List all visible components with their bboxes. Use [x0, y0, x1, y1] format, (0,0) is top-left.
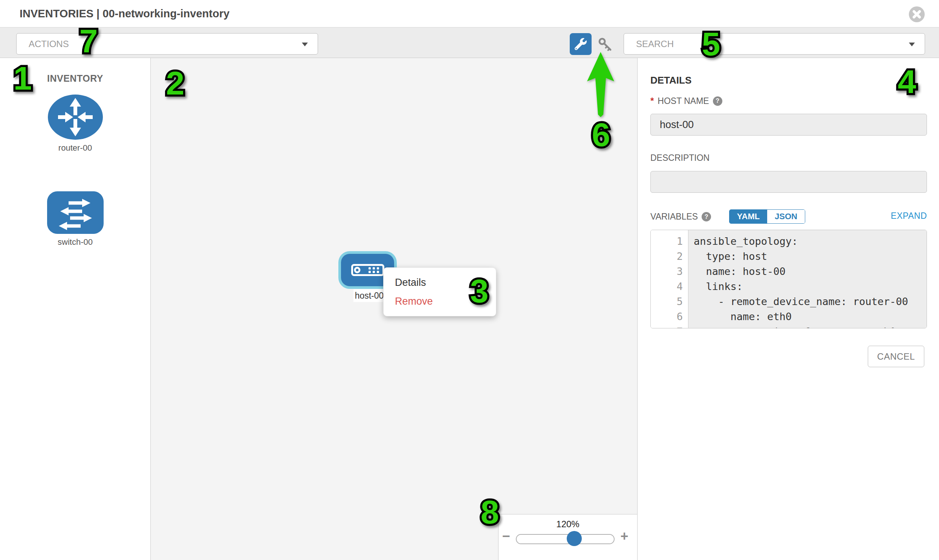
code-line: name: host-00 — [688, 264, 927, 279]
context-menu-details[interactable]: Details — [384, 273, 496, 292]
search-dropdown-label: SEARCH — [636, 34, 674, 54]
inventory-item-router[interactable]: router-00 — [0, 94, 150, 153]
host-name-label: HOST NAME — [657, 96, 709, 106]
inventory-topology-page: INVENTORIES | 00-networking-inventory AC… — [0, 0, 939, 560]
toolbar-settings-button[interactable] — [570, 33, 592, 55]
search-dropdown[interactable]: SEARCH — [624, 33, 925, 55]
description-input[interactable] — [651, 171, 927, 193]
inventory-item-switch[interactable]: switch-00 — [0, 191, 150, 247]
zoom-out-button[interactable]: − — [498, 529, 513, 544]
close-icon — [909, 6, 925, 22]
toolbar: ACTIONS SEARCH — [0, 27, 939, 58]
help-icon[interactable]: ? — [713, 96, 722, 106]
description-label-row: DESCRIPTION — [651, 153, 709, 163]
host-name-label-row: * HOST NAME ? — [651, 95, 722, 106]
key-icon — [598, 37, 614, 53]
editor-code-area: ansible_topology: type: host name: host-… — [688, 230, 927, 328]
inventory-panel: INVENTORY router-00 — [0, 58, 151, 560]
switch-icon — [47, 191, 104, 234]
context-menu: Details Remove — [383, 268, 496, 316]
close-button[interactable] — [909, 6, 925, 22]
inventory-item-label: switch-00 — [0, 237, 150, 247]
variables-label-row: VARIABLES ? — [651, 212, 711, 222]
router-icon — [48, 94, 103, 140]
details-title: DETAILS — [651, 75, 691, 86]
zoom-slider-thumb[interactable] — [567, 531, 582, 546]
code-line: links: — [688, 279, 927, 294]
variables-code-editor[interactable]: 1 2 3 4 5 6 7 ansible_topology: type: ho… — [651, 230, 927, 328]
code-line: type: host — [688, 249, 927, 264]
actions-dropdown-label: ACTIONS — [29, 34, 69, 54]
host-icon — [351, 264, 384, 276]
code-line: name: eth0 — [688, 309, 927, 324]
tab-yaml[interactable]: YAML — [729, 210, 767, 223]
chevron-down-icon — [302, 43, 308, 46]
zoom-level-value: 120% — [498, 519, 637, 529]
key-button[interactable] — [598, 37, 614, 53]
line-number: 5 — [651, 294, 688, 309]
wrench-icon — [575, 38, 587, 50]
page-header: INVENTORIES | 00-networking-inventory — [0, 0, 939, 27]
inventory-item-label: router-00 — [0, 143, 150, 153]
line-number: 1 — [651, 234, 688, 249]
chevron-down-icon — [909, 43, 915, 46]
line-number: 3 — [651, 264, 688, 279]
code-line: - remote_device_name: router-00 — [688, 294, 927, 309]
details-panel: DETAILS * HOST NAME ? DESCRIPTION VARIAB… — [638, 58, 939, 560]
expand-link[interactable]: EXPAND — [891, 211, 927, 221]
line-number: 6 — [651, 309, 688, 324]
cancel-button[interactable]: CANCEL — [868, 346, 924, 367]
help-icon[interactable]: ? — [702, 212, 711, 222]
zoom-in-button[interactable]: + — [617, 529, 632, 544]
context-menu-remove[interactable]: Remove — [384, 292, 496, 311]
host-name-input[interactable] — [651, 114, 927, 135]
editor-line-numbers: 1 2 3 4 5 6 7 — [651, 230, 688, 328]
actions-dropdown[interactable]: ACTIONS — [16, 33, 318, 55]
variables-format-toggle: YAML JSON — [729, 209, 805, 224]
breadcrumb-title: INVENTORIES | 00-networking-inventory — [20, 0, 230, 27]
line-number: 7 — [651, 324, 688, 328]
zoom-slider-track[interactable] — [516, 534, 615, 544]
variables-label: VARIABLES — [651, 212, 698, 222]
tab-json[interactable]: JSON — [767, 210, 805, 223]
code-line: ansible_topology: — [688, 234, 927, 249]
host-node-label: host-00 — [353, 289, 385, 302]
line-number: 4 — [651, 279, 688, 294]
topology-canvas[interactable]: host-00 Details Remove 120% − + — [151, 58, 638, 560]
code-line: remote_interface_name: eth0 — [688, 324, 927, 328]
description-label: DESCRIPTION — [651, 153, 709, 163]
zoom-widget: 120% − + — [498, 514, 638, 560]
required-asterisk: * — [651, 95, 654, 106]
line-number: 2 — [651, 249, 688, 264]
inventory-panel-title: INVENTORY — [0, 73, 150, 84]
